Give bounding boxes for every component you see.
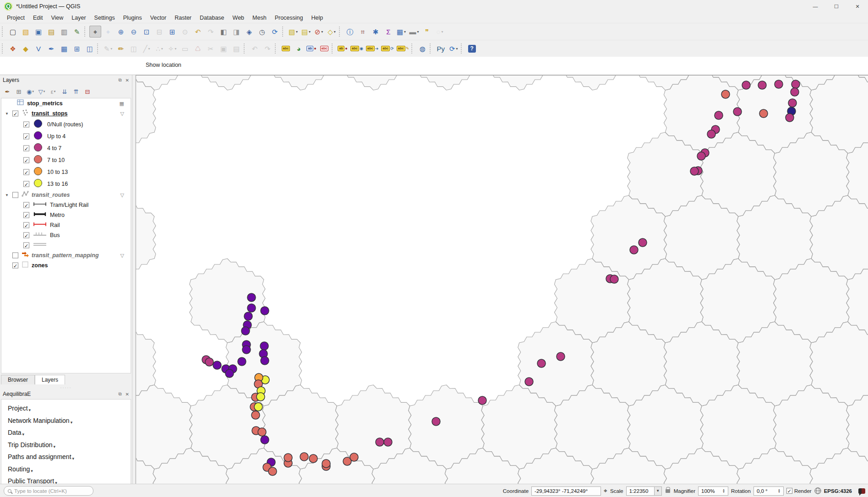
processing-toolbox-button[interactable]: ✱ xyxy=(370,26,382,38)
tree-expander-icon[interactable]: ▼ xyxy=(5,193,9,197)
layer-label-stop_metrics[interactable]: stop_metrics xyxy=(27,100,63,107)
measure-line-dropdown-icon[interactable]: ▾ xyxy=(417,30,419,34)
current-edits-dropdown-icon[interactable]: ▾ xyxy=(110,47,112,51)
layer-label-transit_pattern_mapping[interactable]: transit_pattern_mapping xyxy=(32,252,99,259)
toggle-editing-button[interactable]: ✏ xyxy=(115,43,127,54)
modify-attributes-button[interactable]: ▭ xyxy=(179,43,191,54)
layer-tree-row[interactable]: ✓Bus xyxy=(1,230,131,240)
aeq-menu-network-manipulation[interactable]: Network Manipulation▾ xyxy=(8,415,131,427)
new-mesh-layer-button[interactable]: ▦ xyxy=(58,43,70,54)
layer-tree-row[interactable]: ✓7 to 10 xyxy=(1,154,131,166)
vertex-tool-dropdown-icon[interactable]: ▾ xyxy=(175,47,176,51)
manage-map-themes-dropdown-icon[interactable]: ▾ xyxy=(32,90,34,93)
select-features-button[interactable]: ▧▾ xyxy=(287,26,299,38)
bookmarks-button[interactable]: ◈ xyxy=(243,26,255,38)
layer-visibility-checkbox[interactable] xyxy=(12,192,18,198)
new-vector-layer-button[interactable]: ◫ xyxy=(84,43,96,54)
layer-tree-row[interactable]: ✓Metro xyxy=(1,210,131,220)
layer-tree-row[interactable]: stop_metrics▦ xyxy=(1,98,131,108)
zoom-to-layer-button[interactable]: ⊞ xyxy=(166,26,178,38)
statistical-summary-button[interactable]: ⌗ xyxy=(357,26,369,38)
zoom-full-button[interactable]: ⊡ xyxy=(141,26,153,38)
layer-tree-row[interactable]: ▼transit_routes▽ xyxy=(1,190,131,200)
toolbar-grip[interactable] xyxy=(411,43,414,54)
metasearch-button[interactable]: ◍ xyxy=(416,43,428,54)
add-group-button[interactable]: ⊞ xyxy=(13,86,24,97)
layer-visibility-checkbox[interactable]: ✓ xyxy=(23,181,29,187)
deselect-features-button[interactable]: ⊘▾ xyxy=(313,26,325,38)
aeq-menu-data[interactable]: Data▾ xyxy=(8,427,131,439)
help-contents-button[interactable]: ? xyxy=(466,43,478,54)
toolbar-grip[interactable] xyxy=(2,43,5,54)
aeq-menu-trip-distribution[interactable]: Trip Distribution▾ xyxy=(8,439,131,451)
toolbar-grip[interactable] xyxy=(275,43,278,54)
scale-dropdown-icon[interactable]: ▼ xyxy=(655,486,662,496)
toolbar-grip[interactable] xyxy=(430,43,432,54)
select-features-dropdown-icon[interactable]: ▾ xyxy=(296,30,298,34)
zoom-out-button[interactable]: ⊖ xyxy=(128,26,140,38)
undo-button[interactable]: ↶ xyxy=(249,43,261,54)
select-by-location-button[interactable]: ◇▾ xyxy=(326,26,338,38)
copy-features-button[interactable]: ▣ xyxy=(218,43,229,54)
rotation-spinner[interactable]: 0,0 ° ▲▼ xyxy=(753,486,784,496)
filter-legend-dropdown-icon[interactable]: ▾ xyxy=(44,90,45,93)
layer-visibility-checkbox[interactable]: ✓ xyxy=(23,122,29,128)
dock-map-splitter[interactable] xyxy=(132,75,136,484)
layer-visibility-checkbox[interactable]: ✓ xyxy=(12,111,18,117)
tree-expander-icon[interactable]: ▼ xyxy=(5,112,9,116)
menu-view[interactable]: View xyxy=(47,13,67,22)
data-source-manager-button[interactable]: ❖ xyxy=(7,43,19,54)
collapse-all-button[interactable]: ⇈ xyxy=(71,86,82,97)
save-layer-edits-button[interactable]: ◫ xyxy=(128,43,140,54)
layer-tree-row[interactable]: ✓0/Null (routes) xyxy=(1,119,131,130)
new-print-layout-button[interactable]: ▤ xyxy=(45,26,57,38)
locator-search-input[interactable]: Type to locate (Ctrl+K) xyxy=(4,486,93,496)
aequilibrae-panel-close-icon[interactable]: ✕ xyxy=(126,392,129,397)
rotation-spin-icons[interactable]: ▲▼ xyxy=(778,489,781,493)
map-canvas[interactable] xyxy=(136,75,868,484)
layer-visibility-checkbox[interactable]: ✓ xyxy=(23,202,29,208)
close-button[interactable]: ✕ xyxy=(847,0,868,13)
layer-tree-row[interactable]: ✓10 to 13 xyxy=(1,166,131,178)
layer-label-zones[interactable]: zones xyxy=(32,262,48,269)
layer-tree-row[interactable]: ▼✓transit_stops▽ xyxy=(1,108,131,119)
zoom-last-button[interactable]: ↶ xyxy=(192,26,204,38)
layer-tree-row[interactable]: ✓4 to 7 xyxy=(1,142,131,154)
scale-combo[interactable]: 1:22350 xyxy=(626,486,655,496)
layer-tree-row[interactable]: ✓ xyxy=(1,240,131,250)
layer-tree-row[interactable]: ✓Tram/Light Rail xyxy=(1,200,131,210)
digitize-with-segment-button[interactable]: ╱▾ xyxy=(141,43,153,54)
aequilibrae-panel-float-icon[interactable]: ⧉ xyxy=(118,391,121,397)
magnifier-spin-icons[interactable]: ▲▼ xyxy=(722,489,725,493)
layer-visibility-checkbox[interactable]: ✓ xyxy=(23,243,29,248)
menu-raster[interactable]: Raster xyxy=(170,13,196,22)
crs-status[interactable]: EPSG:4326 xyxy=(824,488,852,494)
layer-diagram-options-button[interactable]: ◕ xyxy=(293,43,305,54)
menu-processing[interactable]: Processing xyxy=(271,13,307,22)
show-hide-labels-button[interactable]: abc◉ xyxy=(349,43,364,54)
paste-features-button[interactable]: ▤ xyxy=(230,43,242,54)
layer-labeling-options-button[interactable]: abc xyxy=(280,43,292,54)
zoom-next-button[interactable]: ↷ xyxy=(205,26,217,38)
select-by-location-dropdown-icon[interactable]: ▾ xyxy=(334,30,336,34)
extents-tracking-icon[interactable]: ⌖ xyxy=(604,487,607,495)
magnifier-spinner[interactable]: 100% ▲▼ xyxy=(698,486,728,496)
toolbar-grip[interactable] xyxy=(461,43,464,54)
new-memory-layer-button[interactable]: ✒ xyxy=(45,43,57,54)
layer-tree-row[interactable]: ✓13 to 16 xyxy=(1,178,131,190)
layer-visibility-checkbox[interactable]: ✓ xyxy=(12,263,18,269)
menu-layer[interactable]: Layer xyxy=(67,13,90,22)
menu-settings[interactable]: Settings xyxy=(90,13,119,22)
cut-features-button[interactable]: ✂ xyxy=(205,43,217,54)
toolbar-grip[interactable] xyxy=(282,27,285,37)
layer-label-transit_routes[interactable]: transit_routes xyxy=(32,192,70,198)
digitize-with-segment-dropdown-icon[interactable]: ▾ xyxy=(148,47,150,51)
style-manager-button[interactable]: ✎ xyxy=(71,26,83,38)
dock-tab-browser[interactable]: Browser xyxy=(1,375,35,384)
expand-all-button[interactable]: ⇊ xyxy=(59,86,70,97)
layer-label-transit_stops[interactable]: transit_stops xyxy=(32,110,68,117)
vertex-tool-button[interactable]: ✧▾ xyxy=(166,43,178,54)
open-attribute-table-button[interactable]: ▦▾ xyxy=(395,26,407,38)
layer-tree-row[interactable]: ✓zones xyxy=(1,260,131,270)
new-geopackage-layer-button[interactable]: ◆ xyxy=(20,43,32,54)
